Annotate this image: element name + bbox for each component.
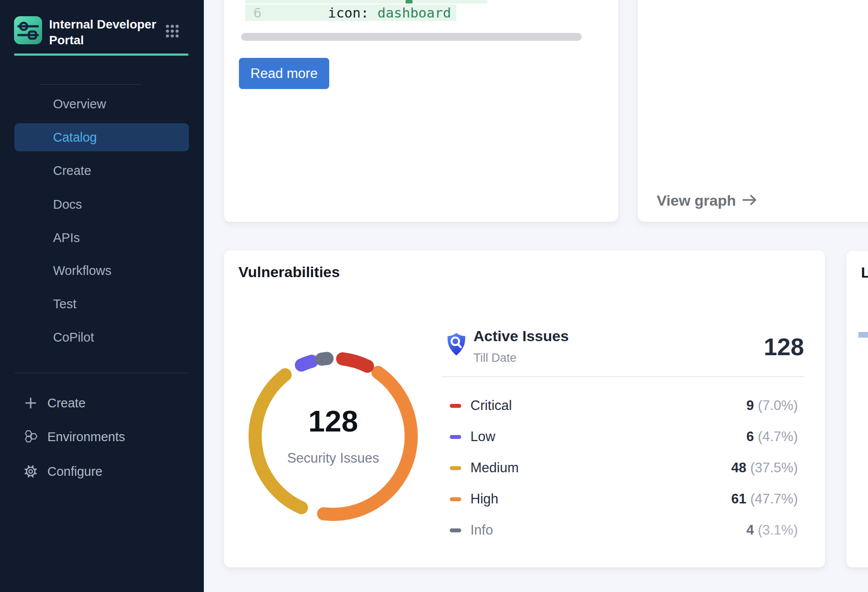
clipped-right-card: L: [847, 251, 868, 567]
legend-label: Critical: [470, 398, 512, 414]
code-line-partial: [245, 0, 487, 4]
app-window: Internal Developer Portal OverviewCatalo…: [0, 0, 868, 592]
card-title: Vulnerabilities: [238, 264, 340, 281]
active-issues-subtitle: Till Date: [473, 351, 516, 365]
legend-value: 6(4.7%): [746, 429, 798, 445]
active-issues-total: 128: [764, 333, 804, 361]
sidebar-item-overview[interactable]: Overview: [14, 90, 189, 118]
sidebar-item-apis[interactable]: APIs: [14, 224, 189, 252]
legend-row-low: Low6(4.7%): [442, 427, 804, 446]
sidebar-item-workflows[interactable]: Workflows: [14, 257, 189, 285]
donut-segment-low: [302, 361, 312, 365]
sidebar-item-docs[interactable]: Docs: [14, 190, 189, 218]
apps-grid-icon[interactable]: [165, 24, 179, 38]
sidebar-item-test[interactable]: Test: [14, 290, 189, 318]
shield-search-icon: [446, 332, 466, 357]
sidebar-action-create[interactable]: Create: [14, 392, 194, 414]
legend-value: 4(3.1%): [746, 522, 798, 538]
legend-row-high: High61(47.7%): [442, 489, 804, 509]
sidebar-divider-bottom: [14, 373, 189, 373]
view-graph-link[interactable]: View graph: [657, 192, 758, 209]
sidebar-item-label: APIs: [53, 231, 80, 245]
legend-label: Medium: [470, 460, 519, 476]
legend-swatch: [450, 404, 461, 408]
legend-label: High: [470, 491, 498, 507]
readme-card: 6 icon: dashboard Read more: [224, 0, 618, 222]
brand-accent-rule: [14, 53, 189, 56]
summary-divider: [442, 376, 804, 377]
code-key: icon:: [328, 5, 369, 21]
sidebar-divider-top: [39, 84, 141, 85]
legend-row-critical: Critical9(7.0%): [442, 396, 804, 415]
sidebar-item-copilot[interactable]: CoPilot: [14, 323, 189, 351]
sidebar-item-label: Workflows: [53, 264, 111, 278]
legend-label: Info: [470, 522, 493, 538]
read-more-button[interactable]: Read more: [239, 58, 329, 89]
sidebar-item-label: Test: [53, 297, 76, 311]
active-issues-title: Active Issues: [473, 328, 569, 345]
legend-swatch: [450, 497, 461, 501]
legend-swatch: [450, 528, 461, 532]
code-line-partial-mark: [406, 0, 413, 4]
donut-segment-medium: [255, 375, 302, 508]
code-value: dashboard: [377, 5, 451, 21]
sidebar: Internal Developer Portal OverviewCatalo…: [0, 0, 204, 592]
app-logo-icon[interactable]: [14, 16, 42, 44]
gear-icon: [23, 464, 38, 479]
graph-card: View graph: [638, 0, 868, 222]
hexagons-icon: [23, 429, 38, 444]
sidebar-action-label: Configure: [47, 464, 103, 479]
sidebar-item-label: Docs: [53, 197, 82, 212]
app-title: Internal Developer Portal: [49, 17, 162, 48]
sidebar-item-catalog[interactable]: Catalog: [14, 123, 189, 151]
sidebar-action-configure[interactable]: Configure: [14, 461, 194, 482]
legend-value: 48(37.5%): [731, 460, 798, 476]
legend-row-medium: Medium48(37.5%): [442, 458, 804, 478]
legend-row-info: Info4(3.1%): [442, 521, 804, 540]
legend-value: 61(47.7%): [731, 491, 798, 507]
donut-segment-critical: [343, 359, 367, 366]
sidebar-action-environments[interactable]: Environments: [14, 426, 194, 447]
donut-center-value: 128: [245, 404, 421, 438]
view-graph-label: View graph: [657, 192, 736, 209]
sidebar-item-label: Overview: [53, 97, 106, 111]
sidebar-item-create[interactable]: Create: [14, 157, 189, 185]
clipped-card-title: L: [861, 264, 868, 281]
sidebar-item-label: Catalog: [53, 130, 97, 145]
donut-segment-info: [322, 359, 327, 359]
plus-icon: [23, 396, 38, 410]
security-donut-chart: 128 Security Issues: [245, 349, 421, 524]
sidebar-item-label: Create: [53, 164, 91, 178]
clipped-bar-fragment: [858, 332, 868, 338]
legend-label: Low: [470, 429, 495, 445]
donut-segment-high: [324, 372, 411, 514]
legend-value: 9(7.0%): [746, 398, 798, 414]
legend-swatch: [450, 435, 461, 439]
vulnerabilities-card: Vulnerabilities 128 Security Issues Acti…: [224, 250, 825, 567]
sidebar-action-label: Environments: [47, 430, 125, 444]
donut-center-label: Security Issues: [245, 450, 421, 466]
legend-swatch: [450, 466, 461, 470]
code-line-number: 6: [253, 5, 262, 21]
sidebar-item-label: CoPilot: [53, 330, 94, 345]
horizontal-scrollbar[interactable]: [241, 33, 582, 41]
severity-legend: Critical9(7.0%)Low6(4.7%)Medium48(37.5%)…: [442, 396, 804, 552]
code-line: 6 icon: dashboard: [245, 4, 456, 21]
sidebar-action-label: Create: [47, 396, 85, 410]
arrow-right-icon: [742, 192, 758, 209]
